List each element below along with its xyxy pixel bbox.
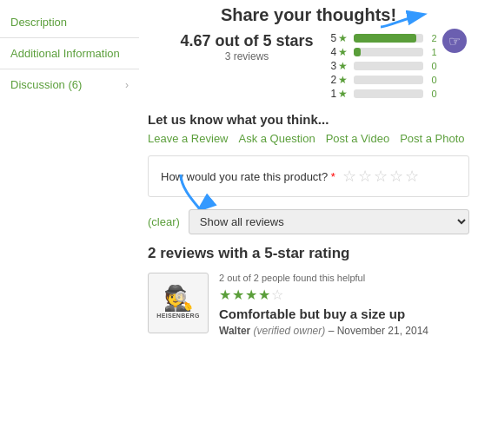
verified-badge: (verified owner) xyxy=(254,325,326,337)
reviewer-meta: Walter (verified owner) – November 21, 2… xyxy=(219,325,469,337)
reviewer-avatar: 🕵️ HEISENBERG xyxy=(148,273,209,333)
rating-value: 4.67 out of 5 stars xyxy=(180,32,313,50)
star-input-4[interactable]: ☆ xyxy=(389,167,403,186)
star-filled-icon: ★ xyxy=(338,88,348,100)
review-star-2: ★ xyxy=(232,287,244,303)
main-content: Share your thoughts! 4.67 out of 5 stars… xyxy=(139,0,478,342)
star-filled-icon: ★ xyxy=(338,60,348,72)
review-card: 🕵️ HEISENBERG 2 out of 2 people found th… xyxy=(148,273,469,337)
bar-count-1: 0 xyxy=(427,89,437,99)
bar-fill-5 xyxy=(354,34,416,43)
clear-filter-link[interactable]: (clear) xyxy=(148,215,180,228)
review-star-5-empty: ☆ xyxy=(271,287,283,303)
hand-cursor-icon: ☞ xyxy=(448,33,461,49)
bar-count-5: 2 xyxy=(427,33,437,43)
sidebar-divider xyxy=(0,37,139,38)
bar-count-3: 0 xyxy=(427,61,437,71)
bar-row-5: 5★ 2 xyxy=(331,32,437,44)
bar-count-4: 1 xyxy=(427,47,437,57)
star-filled-icon: ★ xyxy=(338,32,348,44)
tab-row: Leave a Review Ask a Question Post a Vid… xyxy=(148,132,469,147)
bar-track-4 xyxy=(354,48,423,56)
bar-fill-4 xyxy=(354,48,361,56)
star-filled-icon: ★ xyxy=(338,46,348,58)
star-input-1[interactable]: ☆ xyxy=(342,167,356,186)
tab-leave-review[interactable]: Leave a Review xyxy=(148,132,229,147)
blue-arrow-right-icon xyxy=(379,6,431,30)
bar-track-1 xyxy=(354,89,423,98)
bar-row-2: 2★ 0 xyxy=(331,74,437,86)
review-title: Comfortable but buy a size up xyxy=(219,306,469,321)
review-star-3: ★ xyxy=(245,287,257,303)
bar-row-4: 4★ 1 xyxy=(331,46,437,58)
filter-container: (clear) Show all reviews xyxy=(148,209,469,234)
review-count: 3 reviews xyxy=(180,50,313,63)
star-rating-input[interactable]: ☆ ☆ ☆ ☆ ☆ xyxy=(342,167,419,186)
rating-section: 4.67 out of 5 stars 3 reviews ☞ xyxy=(148,32,469,100)
sidebar-item-discussion[interactable]: Discussion (6) › xyxy=(0,71,139,98)
bar-track-2 xyxy=(354,76,423,84)
tab-post-photo[interactable]: Post a Photo xyxy=(400,132,464,147)
reviewer-name: Walter xyxy=(219,325,250,337)
filter-result-header: 2 reviews with a 5-star rating xyxy=(148,245,469,262)
star-input-5[interactable]: ☆ xyxy=(405,167,419,186)
chevron-right-icon: › xyxy=(125,79,129,91)
sidebar-divider-2 xyxy=(0,69,139,69)
tab-post-video[interactable]: Post a Video xyxy=(326,132,389,147)
star-filled-icon: ★ xyxy=(338,74,348,86)
helpful-text: 2 out of 2 people found this helpful xyxy=(219,273,469,283)
overall-rating: 4.67 out of 5 stars 3 reviews xyxy=(180,32,313,63)
avatar-image: 🕵️ xyxy=(163,287,194,311)
rating-bars: ☞ 5★ 2 4★ 1 3★ 0 xyxy=(331,32,437,100)
bar-count-2: 0 xyxy=(427,75,437,85)
reviews-filter-select[interactable]: Show all reviews xyxy=(189,209,469,234)
star-input-3[interactable]: ☆ xyxy=(374,167,388,186)
bar-track-3 xyxy=(354,62,423,70)
let-us-know-header: Let us know what you think... xyxy=(148,112,469,127)
required-indicator: * xyxy=(331,170,335,183)
sidebar-item-description[interactable]: Description xyxy=(0,9,139,36)
bar-track-5 xyxy=(354,34,423,43)
review-stars: ★ ★ ★ ★ ☆ xyxy=(219,287,469,303)
bar-row-3: 3★ 0 xyxy=(331,60,437,72)
bar-row-1: 1★ 0 xyxy=(331,88,437,100)
sidebar-item-additional-info[interactable]: Additional Information xyxy=(0,40,139,67)
cursor-circle: ☞ xyxy=(442,29,467,53)
review-star-1: ★ xyxy=(219,287,231,303)
review-date-separator: – xyxy=(329,325,337,337)
tab-ask-question[interactable]: Ask a Question xyxy=(239,132,315,147)
star-input-2[interactable]: ☆ xyxy=(358,167,372,186)
review-content: 2 out of 2 people found this helpful ★ ★… xyxy=(219,273,469,337)
sidebar: Description Additional Information Discu… xyxy=(0,0,139,342)
filter-row: (clear) Show all reviews xyxy=(148,209,469,234)
avatar-label: HEISENBERG xyxy=(156,313,199,320)
review-star-4: ★ xyxy=(258,287,270,303)
blue-arrow-down-icon xyxy=(174,173,217,214)
review-date: November 21, 2014 xyxy=(337,325,428,337)
